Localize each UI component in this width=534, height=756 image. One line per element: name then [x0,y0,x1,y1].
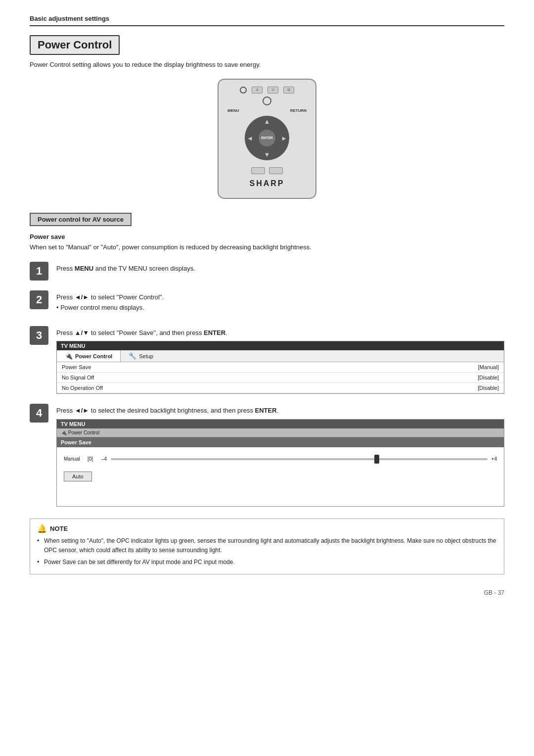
step-3: 3 Press ▲/▼ to select "Power Save", and … [30,326,504,394]
remote-menu-label: MENU [227,108,239,113]
step-2: 2 Press ◄/► to select "Power Control".• … [30,290,504,316]
step-2-content: Press ◄/► to select "Power Control".• Po… [56,290,504,316]
step-1: 1 Press MENU and the TV MENU screen disp… [30,262,504,281]
row-label-no-signal: No Signal Off [62,375,94,380]
section-header: Basic adjustment settings [30,15,504,26]
dpad-right-arrow: ► [281,134,287,142]
breadcrumb-text: Power Control [68,430,99,435]
row-label-no-operation: No Operation Off [62,385,103,391]
tv-menu-row-no-signal-off: No Signal Off [Disable] [57,373,504,383]
tv-menu-header-3: TV MENU [57,341,504,350]
remote: ② ① ☰ MENU RETURN ▲ ▼ ◄ ► ENTER SHARP [218,79,316,199]
remote-circle-icon1 [240,87,247,94]
remote-container: ② ① ☰ MENU RETURN ▲ ▼ ◄ ► ENTER SHARP [30,79,504,199]
step-1-content: Press MENU and the TV MENU screen displa… [56,262,504,277]
tv-menu-breadcrumb-4: 🔌 Power Control [57,428,504,437]
subsection-title: Power control for AV source [30,213,132,226]
setup-tab-icon: 🔧 [129,352,136,360]
power-save-label: Power save [30,233,504,240]
power-control-title: Power Control [30,35,120,55]
step-3-content: Press ▲/▼ to select "Power Save", and th… [56,326,504,394]
page-number: GB - 37 [30,589,504,596]
step-3-text: Press ▲/▼ to select "Power Save", and th… [56,328,504,338]
note-item-1: When setting to "Auto", the OPC indicato… [37,536,497,555]
tv-menu-row-power-save: Power Save [Manual] [57,362,504,373]
step-1-text: Press MENU and the TV MENU screen displa… [56,264,504,274]
remote-brand: SHARP [249,179,284,188]
step-2-number: 2 [30,290,48,309]
power-control-tab-icon: 🔌 [65,352,73,360]
setup-tab-label: Setup [139,353,153,359]
tv-menu-tab-setup: 🔧 Setup [121,350,161,362]
row-label-power-save: Power Save [62,364,91,370]
remote-power-circle [263,96,271,105]
slider-manual-label: Manual [64,456,84,462]
row-value-no-signal: [Disable] [478,375,499,380]
tv-menu-row-no-operation-off: No Operation Off [Disable] [57,383,504,393]
tv-menu-section-label-4: Power Save [57,437,504,447]
remote-return-label: RETURN [290,108,307,113]
dpad-left-arrow: ◄ [247,134,253,142]
slider-plus: +4 [491,456,497,462]
step-4-content: Press ◄/► to select the desired backligh… [56,404,504,507]
power-save-desc: When set to "Manual" or "Auto", power co… [30,242,504,252]
tv-menu-header-4: TV MENU [57,420,504,428]
note-item-2: Power Save can be set differently for AV… [37,558,497,567]
intro-text: Power Control setting allows you to redu… [30,60,504,70]
note-icon: 🔔 [37,524,47,533]
step-3-tv-menu: TV MENU 🔌 Power Control 🔧 Setup Power Sa… [56,341,504,394]
step-4: 4 Press ◄/► to select the desired backli… [30,404,504,507]
remote-btn-bottom1 [251,167,265,174]
power-control-tab-label: Power Control [75,353,112,359]
row-value-no-operation: [Disable] [478,385,499,391]
breadcrumb-icon: 🔌 [61,430,67,435]
tv-menu-tab-power-control: 🔌 Power Control [57,350,121,362]
dpad-center-button: ENTER [259,130,275,146]
step-4-number: 4 [30,404,48,423]
row-value-power-save: [Manual] [478,364,499,370]
remote-bottom-buttons [251,167,283,174]
slider-val-left: [0] [88,456,97,462]
remote-icon-btn2: ① [267,87,278,94]
tv-menu-slider-row: Manual [0] –4 +4 [57,452,504,466]
step-4-text: Press ◄/► to select the desired backligh… [56,406,504,416]
slider-track [111,458,487,460]
slider-minus: –4 [101,456,107,462]
remote-dpad: ▲ ▼ ◄ ► ENTER [245,116,289,160]
note-list: When setting to "Auto", the OPC indicato… [37,536,497,567]
auto-button[interactable]: Auto [64,472,92,481]
step-2-text: Press ◄/► to select "Power Control".• Po… [56,292,504,313]
step-1-number: 1 [30,262,48,281]
tv-menu-tabs-3: 🔌 Power Control 🔧 Setup [57,350,504,362]
remote-btn-bottom2 [269,167,283,174]
step-4-tv-menu: TV MENU 🔌 Power Control Power Save Manua… [56,419,504,507]
note-header: 🔔 NOTE [37,524,497,533]
note-box: 🔔 NOTE When setting to "Auto", the OPC i… [30,519,504,574]
menu-spacer [57,486,504,506]
dpad-up-arrow: ▲ [264,118,270,125]
remote-icon-btn1: ② [252,87,263,94]
dpad-down-arrow: ▼ [264,151,270,158]
enter-label: ENTER [261,136,273,140]
remote-icon-btn3: ☰ [283,87,294,94]
note-label: NOTE [50,525,68,532]
slider-thumb [374,455,379,464]
step-3-number: 3 [30,326,48,345]
